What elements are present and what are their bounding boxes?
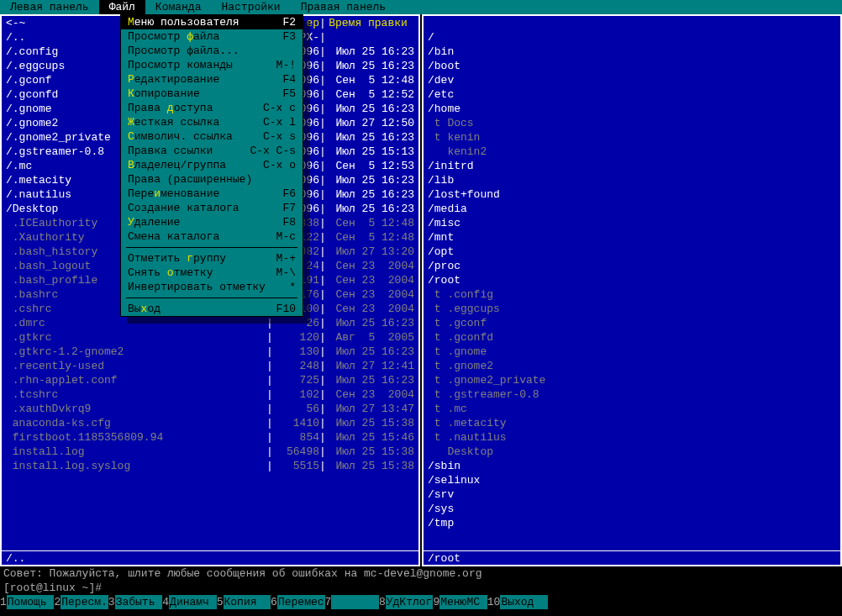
tree-item[interactable]: t .gstreamer-0.8 (424, 387, 840, 402)
tree-item[interactable]: /boot (424, 59, 840, 73)
menu-item[interactable]: Команда (145, 0, 212, 14)
menu-entry[interactable]: ПереименованиеF6 (121, 187, 303, 201)
menu-entry[interactable]: Создание каталогаF7 (121, 201, 303, 215)
menu-entry[interactable]: ВыходF10 (121, 302, 303, 316)
tree-item[interactable]: t Docs (424, 116, 840, 130)
tree-item[interactable]: t .gconfd (424, 330, 840, 345)
shell-prompt[interactable]: [root@linux ~]# (0, 581, 842, 595)
menu-entry[interactable]: Просмотр командыM-! (121, 58, 303, 72)
tree-item[interactable]: /selinux (424, 473, 840, 487)
tree-item[interactable]: /sbin (424, 459, 840, 473)
menu-item[interactable]: Левая панель (0, 0, 99, 14)
tree-item[interactable]: /home (424, 102, 840, 116)
menu-entry[interactable]: Жесткая ссылкаC-x l (121, 115, 303, 129)
tree-item[interactable]: /sys (424, 502, 840, 516)
list-item[interactable]: .rhn-applet.conf|725|Июл 25 16:23 (2, 373, 418, 387)
tree-item[interactable]: t .gnome (424, 345, 840, 359)
fn-label[interactable]: МенюMC (439, 595, 487, 609)
tree-item[interactable]: /bin (424, 45, 840, 59)
function-key-bar[interactable]: 1Помощь 2Пересм.3Забыть 4Динамч 5Копия 6… (0, 595, 842, 609)
list-item[interactable]: install.log.syslog|5515|Июл 25 15:38 (2, 459, 418, 473)
menu-entry[interactable]: Просмотр файлаF3 (121, 29, 303, 44)
menu-entry[interactable]: Символич. ссылкаC-x s (121, 129, 303, 144)
tree-item[interactable]: /lost+found (424, 187, 840, 202)
list-item[interactable]: .xauthDvkrq9|56|Июл 27 13:47 (2, 402, 418, 416)
fn-label[interactable]: УдКтлог (386, 595, 434, 609)
menu-item[interactable]: Настройки (211, 0, 290, 14)
tree-item[interactable]: /root (424, 273, 840, 287)
list-item[interactable]: firstboot.1185356809.94|854|Июл 25 15:46 (2, 430, 418, 445)
tree-item[interactable]: /lib (424, 173, 840, 187)
right-panel-header (424, 16, 840, 30)
panel-caret (428, 16, 434, 30)
tree-item[interactable]: kenin2 (424, 145, 840, 159)
col-date-header: Время правки (322, 16, 414, 30)
tree-item[interactable]: /opt (424, 245, 840, 259)
tree-item[interactable]: t .gnome2 (424, 359, 840, 373)
tree-item[interactable]: Desktop (424, 445, 840, 459)
menu-entry[interactable]: КопированиеF5 (121, 87, 303, 101)
fn-label[interactable]: Динамч (169, 595, 217, 609)
tree-item[interactable]: /dev (424, 73, 840, 87)
list-item[interactable]: .gtkrc-1.2-gnome2|130|Июл 25 16:23 (2, 345, 418, 359)
fn-number: 8 (379, 595, 386, 609)
fn-label[interactable] (331, 595, 379, 609)
right-tree[interactable]: //bin/boot/dev/etc/home t Docs t kenin k… (424, 30, 840, 550)
file-menu-dropdown[interactable]: Меню пользователяF2Просмотр файлаF3Просм… (120, 14, 303, 317)
menu-entry[interactable]: Смена каталогаM-c (121, 229, 303, 244)
tree-item[interactable]: t .mc (424, 402, 840, 416)
tree-item[interactable]: t .config (424, 287, 840, 302)
tree-item[interactable]: /initrd (424, 159, 840, 173)
tree-item[interactable]: /misc (424, 216, 840, 230)
menu-entry[interactable]: Меню пользователяF2 (121, 15, 303, 29)
list-item[interactable]: anaconda-ks.cfg|1410|Июл 25 15:38 (2, 416, 418, 430)
menu-entry[interactable]: Отметить группуM-+ (121, 251, 303, 266)
tree-item[interactable]: t .metacity (424, 416, 840, 430)
fn-label[interactable]: Пересм. (61, 595, 108, 609)
left-panel-footer: /.. (2, 550, 418, 565)
fn-number: 6 (271, 595, 277, 609)
fn-number: 3 (108, 595, 115, 609)
menu-entry[interactable]: Права (расширенные) (121, 172, 303, 187)
tree-item[interactable]: /etc (424, 87, 840, 102)
tree-item[interactable]: /mnt (424, 230, 840, 245)
menu-entry[interactable]: Снять отметкуM-\ (121, 266, 303, 280)
tree-item[interactable]: t .nautilus (424, 430, 840, 445)
menu-separator (126, 247, 297, 248)
menu-entry[interactable]: Права доступаC-x c (121, 101, 303, 115)
list-item[interactable]: .dmrc|26|Июл 25 16:23 (2, 316, 418, 330)
fn-label[interactable]: Забыть (115, 595, 163, 609)
fn-label[interactable]: Перемес (277, 595, 325, 609)
tree-item[interactable]: t kenin (424, 130, 840, 145)
tree-item[interactable]: t .gconf (424, 316, 840, 330)
list-item[interactable]: install.log|56498|Июл 25 15:38 (2, 445, 418, 459)
menu-item[interactable]: Правая панель (291, 0, 396, 14)
right-panel[interactable]: //bin/boot/dev/etc/home t Docs t kenin k… (422, 14, 842, 566)
fn-number: 4 (162, 595, 169, 609)
tree-item[interactable]: t .eggcups (424, 302, 840, 316)
list-item[interactable]: .tcshrc|102|Сен 23 2004 (2, 387, 418, 402)
menu-entry[interactable]: Владелец/группаC-x o (121, 158, 303, 172)
menu-entry[interactable]: РедактированиеF4 (121, 72, 303, 87)
tree-item[interactable]: /proc (424, 259, 840, 273)
panels: <-~ | ер | Время правки /..|PX-|/.config… (0, 14, 842, 566)
tree-item[interactable]: / (424, 30, 840, 45)
menu-entry[interactable]: Инвертировать отметку* (121, 280, 303, 294)
menu-item[interactable]: Файл (99, 0, 145, 14)
right-panel-footer: /root (424, 550, 840, 565)
tree-item[interactable]: /srv (424, 487, 840, 502)
fn-label[interactable]: Выход (500, 595, 548, 609)
list-item[interactable]: .recently-used|248|Июл 27 12:41 (2, 359, 418, 373)
tree-item[interactable]: /tmp (424, 516, 840, 530)
fn-number: 10 (487, 595, 501, 609)
fn-label[interactable]: Помощь (7, 595, 55, 609)
fn-label[interactable]: Копия (224, 595, 271, 609)
menu-entry[interactable]: Просмотр файла... (121, 44, 303, 58)
menubar[interactable]: Левая панельФайлКомандаНастройкиПравая п… (0, 0, 842, 14)
menu-entry[interactable]: Правка ссылкиC-x C-s (121, 144, 303, 158)
tree-item[interactable]: t .gnome2_private (424, 373, 840, 387)
menu-entry[interactable]: УдалениеF8 (121, 215, 303, 229)
fn-number: 5 (217, 595, 224, 609)
tree-item[interactable]: /media (424, 202, 840, 216)
list-item[interactable]: .gtkrc|120|Авг 5 2005 (2, 330, 418, 345)
